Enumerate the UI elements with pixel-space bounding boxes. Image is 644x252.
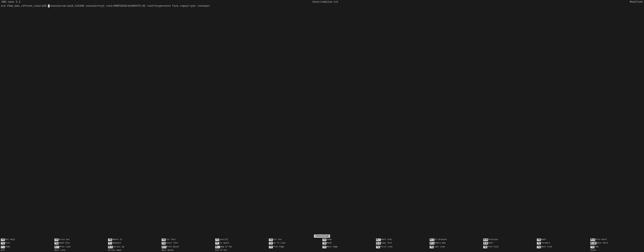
shortcut-item[interactable]: ^BBack	[536, 238, 590, 241]
shortcut-item[interactable]: ^YPrev Page	[268, 246, 322, 248]
shortcut-key: ^\	[108, 242, 112, 244]
shortcut-key: M-,	[215, 246, 220, 248]
content-line: vc4.fkms_max_refresh_rate=120 console=se…	[1, 4, 643, 8]
shortcut-key: M-\	[54, 246, 59, 248]
shortcut-label: Scroll Up	[113, 246, 124, 248]
app-title: GNU nano 3.2	[2, 0, 20, 4]
shortcut-label: Uncut Text	[166, 242, 178, 244]
shortcut-item[interactable]: ^GGet Help	[0, 238, 54, 241]
shortcut-key: ^B	[537, 238, 541, 241]
shortcut-item[interactable]: ^SNext File	[536, 246, 590, 248]
shortcut-key: ^U	[322, 238, 326, 241]
shortcut-item[interactable]: M-SpNext Word	[590, 242, 644, 245]
shortcut-item[interactable]: M-BNext	[483, 242, 536, 245]
shortcut-item[interactable]: ^AFirst Line	[376, 246, 429, 248]
shortcut-item[interactable]: End	[0, 249, 54, 252]
shortcut-item[interactable]	[322, 249, 376, 252]
shortcut-item[interactable]	[483, 249, 536, 252]
shortcut-key: ^W	[108, 238, 112, 241]
shortcut-item[interactable]: ^WWhere Is	[108, 238, 161, 241]
shortcut-item[interactable]: ^-Home	[0, 246, 54, 248]
shortcut-item[interactable]: Next Line	[54, 249, 108, 252]
shortcut-label: Last Line	[434, 246, 445, 248]
shortcut-item[interactable]: ^JJustify	[215, 238, 268, 241]
shortcut-label: Get Help	[5, 238, 15, 241]
shortcut-item[interactable]: ^OWrite Out	[54, 238, 108, 241]
cursor	[48, 4, 50, 8]
shortcut-item[interactable]: End of Par	[215, 249, 268, 252]
shortcut-label: Where Was	[435, 242, 446, 244]
shortcut-item[interactable]: ^VNext Page	[322, 246, 376, 248]
shortcut-key: ^A	[376, 246, 380, 248]
shortcut-key: M-:	[376, 238, 381, 241]
cancelled-badge: Cancelled	[314, 234, 330, 238]
shortcut-label: Home	[5, 246, 10, 248]
shortcut-key: M-Sp	[590, 242, 596, 244]
shortcut-key: ^O	[54, 238, 58, 241]
shortcut-label: First Line	[380, 246, 392, 248]
shortcut-label: Next Page	[327, 246, 338, 248]
shortcut-item[interactable]: ^TTo Spell	[215, 242, 268, 245]
shortcut-item[interactable]: M-ACopy Text	[376, 242, 429, 245]
shortcut-item[interactable]: Next Block	[161, 249, 215, 252]
shortcut-item[interactable]: ^KCut Text	[161, 238, 215, 241]
shortcut-item[interactable]	[268, 249, 322, 252]
shortcut-label: Back	[541, 238, 546, 241]
shortcut-item[interactable]: M-,Beg of Par	[215, 246, 268, 248]
shortcut-item[interactable]: M-{Where Was	[429, 242, 483, 245]
shortcut-item[interactable]: Enter	[590, 249, 644, 252]
shortcut-label: Mark Text	[381, 238, 392, 241]
shortcut-key: ^T	[215, 242, 219, 244]
shortcut-label: Tab	[595, 246, 598, 248]
shortcut-item[interactable]: M-{Prev Block	[161, 246, 215, 248]
shortcut-item[interactable]: ^ELast Line	[429, 246, 483, 248]
shortcut-item[interactable]: ^LGo To Line	[268, 242, 322, 245]
shortcut-key: ^Y	[269, 246, 273, 248]
shortcut-item[interactable]: Scroll Down	[108, 249, 161, 252]
shortcut-label: End of Par	[215, 249, 227, 252]
shortcut-item[interactable]: M-WPrevious	[483, 238, 536, 241]
shortcut-item[interactable]	[429, 249, 483, 252]
shortcut-item[interactable]: ^ITab	[590, 246, 644, 248]
shortcut-key: ^S	[537, 246, 541, 248]
shortcut-label: End	[1, 249, 4, 252]
shortcut-label: To Spell	[220, 242, 229, 244]
shortcut-key: M-{	[430, 242, 434, 244]
shortcut-item[interactable]: ^CCur Pos	[268, 238, 322, 241]
shortcut-item[interactable]: ^QPrev File	[483, 246, 536, 248]
shortcut-item[interactable]	[376, 249, 429, 252]
file-name: /boot/cmdline.txt	[20, 0, 630, 4]
shortcut-item[interactable]: ^\Replace	[108, 242, 161, 245]
shortcut-label: Cur Pos	[273, 238, 282, 241]
shortcut-label: Next Word	[597, 242, 608, 244]
shortcut-item[interactable]: M-:Mark Text	[376, 238, 429, 241]
shortcut-label: Justify	[220, 238, 228, 241]
shortcut-key: ^U	[162, 242, 166, 244]
shortcuts-row1: ^GGet Help^OWrite Out^WWhere Is^KCut Tex…	[0, 238, 644, 242]
shortcut-key: ^F	[537, 242, 541, 244]
shortcut-label: Exit	[5, 242, 10, 244]
shortcut-item[interactable]: ^RRead File	[54, 242, 108, 245]
shortcut-label: Write Out	[59, 238, 70, 241]
shortcut-key: M-W	[483, 238, 488, 241]
shortcut-label: Next Block	[162, 249, 174, 252]
shortcut-key: M-G	[590, 238, 595, 241]
shortcut-item[interactable]: M-7Scroll Up	[108, 246, 161, 248]
editor-area[interactable]: vc4.fkms_max_refresh_rate=120 console=se…	[0, 4, 644, 234]
shortcut-label: Undo	[327, 238, 332, 241]
shortcut-item[interactable]: ^UUndo	[322, 238, 376, 241]
shortcut-label: Prev Line	[60, 246, 70, 248]
shortcut-item[interactable]: M-GPrev Word	[590, 238, 644, 241]
shortcut-key: M-A	[376, 242, 381, 244]
shortcut-key: M-{	[162, 246, 166, 248]
modified-status: Modified	[630, 0, 642, 4]
shortcut-label: Enter	[590, 249, 596, 252]
shortcut-item[interactable]	[536, 249, 590, 252]
shortcut-item[interactable]: M-\Prev Line	[54, 246, 108, 248]
shortcut-item[interactable]: ^UUncut Text	[161, 242, 215, 245]
shortcut-item[interactable]: ^ERedo	[322, 242, 376, 245]
shortcut-label: To Bracket	[435, 238, 447, 241]
shortcut-item[interactable]: M-}To Bracket	[429, 238, 483, 241]
shortcut-item[interactable]: ^XExit	[0, 242, 54, 245]
shortcut-item[interactable]: ^FForward	[536, 242, 590, 245]
